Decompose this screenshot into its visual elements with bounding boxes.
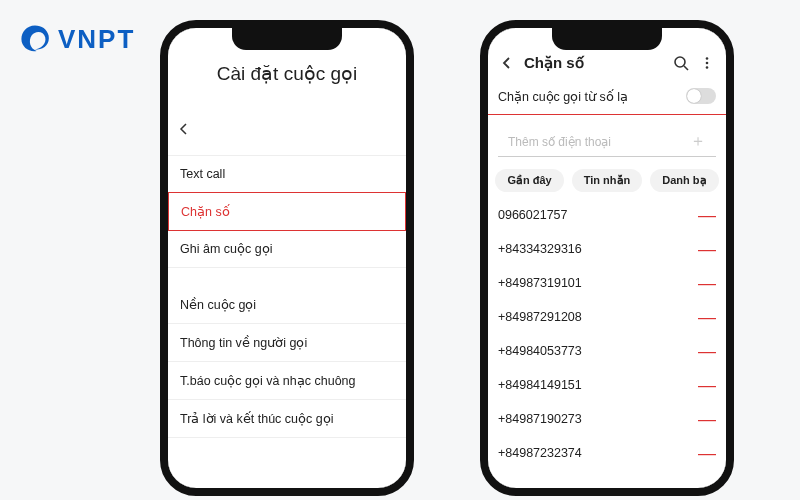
svg-point-3 [706, 66, 709, 69]
blocked-number-row: +84984053773— [488, 334, 726, 368]
settings-item[interactable]: T.báo cuộc gọi và nhạc chuông [168, 362, 406, 400]
blocked-number-row: +84987190273— [488, 402, 726, 436]
phone-number: +84984053773 [498, 344, 582, 358]
phone-mock-right: Chặn số Chặn cuộc gọi từ số lạ Thêm số đ… [480, 20, 734, 496]
remove-button[interactable]: — [698, 410, 716, 428]
remove-button[interactable]: — [698, 342, 716, 360]
search-button[interactable] [672, 54, 690, 72]
remove-button[interactable]: — [698, 274, 716, 292]
svg-point-0 [675, 57, 685, 67]
settings-item[interactable]: Text call [168, 155, 406, 193]
add-number-input[interactable]: Thêm số điện thoại ＋ [498, 115, 716, 157]
remove-button[interactable]: — [698, 206, 716, 224]
more-vert-icon [700, 56, 714, 70]
settings-list: Text callChặn sốGhi âm cuộc gọiNền cuộc … [168, 155, 406, 438]
vnpt-logo: VNPT [18, 22, 135, 56]
chip-tin nhắn[interactable]: Tin nhắn [572, 169, 643, 192]
phone-notch [232, 26, 342, 50]
blocked-number-row: +84987291208— [488, 300, 726, 334]
phone-notch [552, 26, 662, 50]
vnpt-logo-text: VNPT [58, 24, 135, 55]
vnpt-swirl-icon [18, 22, 52, 56]
add-number-placeholder: Thêm số điện thoại [508, 135, 611, 149]
plus-icon: ＋ [690, 131, 706, 152]
remove-button[interactable]: — [698, 376, 716, 394]
settings-item[interactable]: Trả lời và kết thúc cuộc gọi [168, 400, 406, 438]
svg-point-2 [706, 62, 709, 65]
phone-number: +84984149151 [498, 378, 582, 392]
search-icon [673, 55, 689, 71]
back-button[interactable] [498, 54, 516, 72]
blocked-number-row: +84987232374— [488, 436, 726, 470]
settings-item[interactable]: Ghi âm cuộc gọi [168, 230, 406, 268]
chip-gần đây[interactable]: Gần đây [495, 169, 563, 192]
back-button[interactable] [178, 122, 190, 137]
phone-number: +84334329316 [498, 242, 582, 256]
chip-danh bạ[interactable]: Danh bạ [650, 169, 718, 192]
phone-number: +84987190273 [498, 412, 582, 426]
remove-button[interactable]: — [698, 444, 716, 462]
settings-item[interactable]: Nền cuộc gọi [168, 286, 406, 324]
more-button[interactable] [698, 54, 716, 72]
page-title: Chặn số [524, 54, 584, 72]
block-unknown-toggle-row[interactable]: Chặn cuộc gọi từ số lạ [488, 80, 726, 114]
phone-number: +84987291208 [498, 310, 582, 324]
blocked-number-row: +84984149151— [488, 368, 726, 402]
phone-number: 0966021757 [498, 208, 568, 222]
toggle-switch[interactable] [686, 88, 716, 104]
chevron-left-icon [501, 57, 513, 69]
remove-button[interactable]: — [698, 308, 716, 326]
settings-item[interactable]: Chặn số [168, 192, 406, 231]
blocked-number-row: +84334329316— [488, 232, 726, 266]
phone-mock-left: Cài đặt cuộc gọi Text callChặn sốGhi âm … [160, 20, 414, 496]
settings-screen: Cài đặt cuộc gọi Text callChặn sốGhi âm … [168, 28, 406, 488]
svg-point-1 [706, 57, 709, 60]
block-screen: Chặn số Chặn cuộc gọi từ số lạ Thêm số đ… [488, 28, 726, 488]
phone-number: +84987232374 [498, 446, 582, 460]
blocked-number-row: +84987319101— [488, 266, 726, 300]
blocked-numbers-list: 0966021757—+84334329316—+84987319101—+84… [488, 198, 726, 470]
remove-button[interactable]: — [698, 240, 716, 258]
blocked-number-row: 0966021757— [488, 198, 726, 232]
settings-item[interactable]: Thông tin về người gọi [168, 324, 406, 362]
phone-number: +84987319101 [498, 276, 582, 290]
source-chips: Gần đâyTin nhắnDanh bạ [488, 157, 726, 198]
chevron-left-icon [178, 123, 190, 135]
toggle-label: Chặn cuộc gọi từ số lạ [498, 89, 628, 104]
